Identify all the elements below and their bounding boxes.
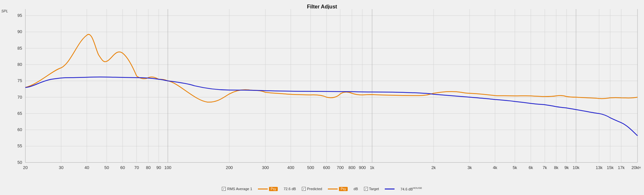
svg-text:80: 80 xyxy=(18,62,22,67)
rms-checkbox[interactable]: ✓ xyxy=(222,187,226,191)
legend-rms: ✓ RMS Average 1 xyxy=(222,187,252,191)
svg-text:100: 100 xyxy=(164,165,171,170)
svg-text:700: 700 xyxy=(337,165,344,170)
svg-text:85: 85 xyxy=(18,46,22,51)
svg-text:95: 95 xyxy=(18,13,22,18)
svg-text:1k: 1k xyxy=(370,165,374,170)
svg-text:70: 70 xyxy=(134,165,139,170)
legend-psy2: Psy xyxy=(328,187,348,191)
svg-text:800: 800 xyxy=(348,165,356,170)
svg-text:30: 30 xyxy=(59,165,63,170)
svg-text:90: 90 xyxy=(18,29,22,34)
svg-text:2k: 2k xyxy=(431,165,436,170)
svg-text:7k: 7k xyxy=(543,165,547,170)
svg-text:600: 600 xyxy=(323,165,330,170)
rms-label: RMS Average 1 xyxy=(227,187,252,191)
svg-text:60: 60 xyxy=(18,127,22,132)
svg-text:6k: 6k xyxy=(529,165,533,170)
svg-text:15k: 15k xyxy=(607,165,614,170)
svg-text:40: 40 xyxy=(85,165,89,170)
legend-predicted: ✓ Predicted xyxy=(302,187,322,191)
svg-text:200: 200 xyxy=(226,165,233,170)
main-chart-svg: .grid-line { stroke: #cccccc; stroke-wid… xyxy=(12,9,641,176)
rms-value: 72.6 dB xyxy=(284,187,296,191)
svg-text:10k: 10k xyxy=(573,165,580,170)
svg-rect-0 xyxy=(25,9,637,163)
svg-text:50: 50 xyxy=(18,160,22,165)
db-label: dB xyxy=(354,187,358,191)
svg-text:13k: 13k xyxy=(596,165,603,170)
target-checkbox[interactable]: ✓ xyxy=(364,187,368,191)
chart-area: .grid-line { stroke: #cccccc; stroke-wid… xyxy=(12,9,641,176)
target-label: Target xyxy=(369,187,379,191)
psy-badge-2: Psy xyxy=(339,187,348,191)
chart-container: Filter Adjust SPL .grid-line { stroke: #… xyxy=(0,0,644,195)
orange-line-indicator xyxy=(258,189,268,189)
legend-target: ✓ Target xyxy=(364,187,379,191)
svg-text:50: 50 xyxy=(104,165,109,170)
svg-text:17k: 17k xyxy=(618,165,625,170)
svg-text:60: 60 xyxy=(120,165,125,170)
svg-text:4k: 4k xyxy=(493,165,497,170)
orange-line-indicator-2 xyxy=(328,189,338,189)
legend-psy1: Psy xyxy=(258,187,278,191)
legend-bar: ✓ RMS Average 1 Psy 72.6 dB ✓ Predicted … xyxy=(0,184,644,194)
svg-text:90: 90 xyxy=(156,165,161,170)
svg-text:5k: 5k xyxy=(513,165,517,170)
svg-text:55: 55 xyxy=(18,143,22,148)
blue-line-indicator xyxy=(385,189,395,189)
svg-text:75: 75 xyxy=(18,78,22,83)
svg-text:9k: 9k xyxy=(564,165,569,170)
svg-text:900: 900 xyxy=(359,165,366,170)
psy-badge-1: Psy xyxy=(269,187,278,191)
svg-text:3k: 3k xyxy=(467,165,472,170)
svg-text:65: 65 xyxy=(18,111,22,116)
predicted-label: Predicted xyxy=(307,187,322,191)
svg-text:300: 300 xyxy=(262,165,269,170)
y-axis-label: SPL xyxy=(1,9,8,13)
predicted-checkbox[interactable]: ✓ xyxy=(302,187,306,191)
svg-text:80: 80 xyxy=(146,165,151,170)
svg-text:20: 20 xyxy=(23,165,28,170)
svg-text:400: 400 xyxy=(287,165,294,170)
svg-text:20kHz: 20kHz xyxy=(632,165,641,170)
svg-text:500: 500 xyxy=(307,165,314,170)
svg-text:70: 70 xyxy=(18,95,22,100)
svg-text:8k: 8k xyxy=(554,165,558,170)
target-value: 74.6 dBHOUSE xyxy=(400,187,422,191)
